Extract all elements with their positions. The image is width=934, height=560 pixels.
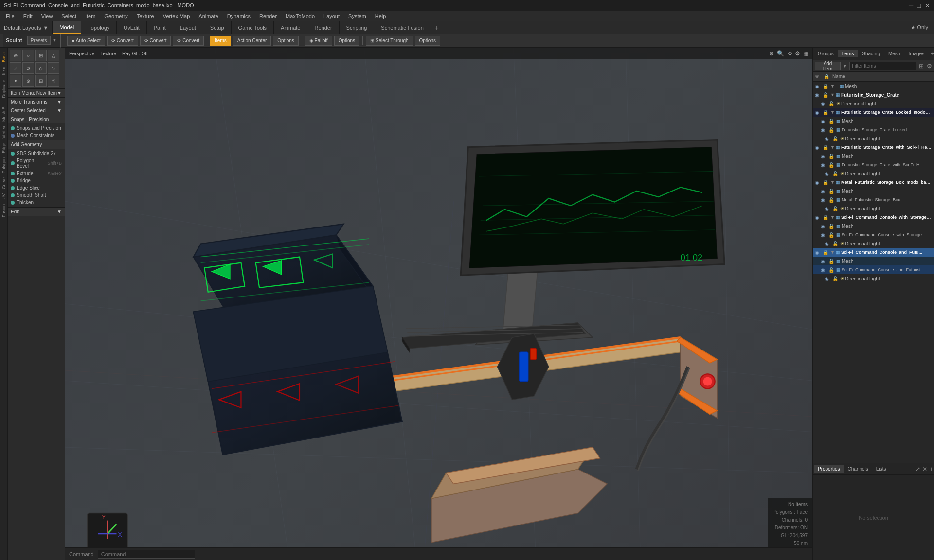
lock-icon[interactable]: 🔓 [823,215,830,220]
left-tab-duplicate[interactable]: Duplicate [1,78,7,100]
viewport-mode[interactable]: Perspective [69,51,94,56]
eye-icon[interactable]: ◉ [821,224,828,229]
items-settings-icon[interactable]: ⚙ [927,63,932,70]
rtab-add-button[interactable]: + [929,50,934,57]
eye-icon[interactable]: ◉ [821,197,828,203]
lock-icon[interactable]: 🔓 [828,259,836,264]
expand-icon[interactable]: ▼ [830,215,835,220]
eye-icon[interactable]: ◉ [821,162,828,168]
eye-icon[interactable]: ◉ [815,110,823,115]
icon-select-item[interactable]: ▷ [48,62,59,74]
lock-icon[interactable]: 🔓 [828,162,836,168]
eye-icon[interactable]: ◉ [821,119,828,124]
edit-header[interactable]: Edit ▼ [8,208,65,216]
thicken-item[interactable]: Thicken [9,199,64,206]
lock-icon[interactable]: 🔓 [823,92,830,98]
lock-icon[interactable]: 🔓 [828,127,836,133]
rbtab-lists[interactable]: Lists [872,465,890,472]
tab-setup[interactable]: Setup [203,21,232,34]
menu-vertexmap[interactable]: Vertex Map [159,12,194,20]
list-item[interactable]: ◉ 🔓 ☀ Directional Light [813,274,934,283]
eye-icon[interactable]: ◉ [825,206,832,211]
tab-render[interactable]: Render [307,21,339,34]
list-item[interactable]: ◉ 🔓 ▦ Futuristic_Storage_Crate_with_Sci-… [813,160,934,169]
eye-icon[interactable]: ◉ [821,232,828,238]
list-item[interactable]: ◉ 🔓 ▼ ▦ Futuristic_Storage_Crate_with_Sc… [813,143,934,152]
list-item[interactable]: ◉ 🔓 ☀ Directional Light [813,99,934,108]
options-button-1[interactable]: Options [273,36,298,46]
menu-file[interactable]: File [2,12,18,20]
left-tab-meshedit[interactable]: Mesh Edit [1,100,7,123]
menu-texture[interactable]: Texture [133,12,158,20]
eye-icon[interactable]: ◉ [815,84,823,89]
icon-select-vert[interactable]: ⊿ [10,62,21,74]
scene-3d[interactable]: 01 02 [65,48,812,560]
add-item-arrow-icon[interactable]: ▼ [843,63,847,69]
lock-icon[interactable]: 🔓 [832,241,840,246]
filter-icon[interactable]: ⊞ [919,63,924,70]
eye-icon[interactable]: ◉ [825,241,832,246]
menu-geometry[interactable]: Geometry [100,12,131,20]
left-tab-curve[interactable]: Curve [1,175,7,191]
lock-icon[interactable]: 🔓 [828,154,836,159]
menu-maxtomodo[interactable]: MaxToModo [282,12,319,20]
rbtab-add-button[interactable]: + [929,465,933,472]
eye-icon[interactable]: ◉ [825,171,832,176]
convert-button-2[interactable]: ⟳ Convert [140,36,171,46]
tab-uvedit[interactable]: UvEdit [117,21,146,34]
lock-icon[interactable]: 🔓 [828,197,836,203]
list-item[interactable]: ◉ 🔓 ▦ Mesh [813,117,934,125]
tab-schematic[interactable]: Schematic Fusion [374,21,431,34]
select-through-button[interactable]: ⊞ Select Through [366,36,413,46]
tab-scripting[interactable]: Scripting [340,21,375,34]
bridge-item[interactable]: Bridge [9,177,64,184]
rbtab-expand-icon[interactable]: ⤢ [916,466,920,472]
tab-add-button[interactable]: + [431,22,443,34]
more-transforms-btn[interactable]: More Transforms ▼ [8,98,65,106]
list-item[interactable]: ◉ 🔓 ▦ Sci-Fi_Command_Console_and_Futuris… [813,265,934,274]
vp-icon-3[interactable]: ⟲ [787,50,792,57]
snaps-header[interactable]: Snaps - Precision [8,115,65,123]
lock-icon[interactable]: 🔓 [832,276,840,281]
left-tab-fusion[interactable]: Fusion [1,202,7,219]
tab-animate[interactable]: Animate [274,21,307,34]
expand-icon[interactable]: ▼ [830,110,835,115]
center-selected-btn[interactable]: Center Selected ▼ [8,106,65,115]
rbtab-channels[interactable]: Channels [844,465,872,472]
convert-button-3[interactable]: ⟳ Convert [173,36,204,46]
menu-view[interactable]: View [37,12,57,20]
icon-transform-rotate[interactable]: ○ [22,50,34,61]
icon-transform-misc[interactable]: △ [48,50,59,61]
extrude-item[interactable]: Extrude Shift+X [9,170,64,177]
presets-button[interactable]: Presets [27,36,51,45]
menu-edit[interactable]: Edit [19,12,36,20]
left-tab-edge[interactable]: Edge [1,141,7,155]
list-item[interactable]: ◉ 🔓 ▦ Metal_Futuristic_Storage_Box [813,195,934,204]
lock-icon[interactable]: 🔓 [828,267,836,273]
sds-subdivide-item[interactable]: SDS Subdivide 2x [9,150,64,157]
mesh-constraints-item[interactable]: Mesh Constraints [9,132,64,139]
falloff-button[interactable]: ◈ Falloff [305,36,332,46]
convert-button-1[interactable]: ⟳ Convert [107,36,138,46]
close-button[interactable]: ✕ [925,2,930,9]
eye-icon[interactable]: ◉ [821,154,828,159]
lock-icon[interactable]: 🔓 [828,189,836,194]
viewport[interactable]: Perspective Texture Ray GL: Off ⊕ 🔍 ⟲ ⚙ … [65,48,812,560]
expand-icon[interactable]: ▼ [830,92,835,97]
list-item[interactable]: ◉ 🔓 ▦ Mesh [813,187,934,195]
list-item[interactable]: ◉ 🔓 ☀ Directional Light [813,204,934,213]
eye-icon[interactable]: ◉ [821,189,828,194]
menu-system[interactable]: System [344,12,370,20]
viewport-shading[interactable]: Texture [100,51,116,56]
left-tab-item[interactable]: Item [1,65,7,77]
list-item[interactable]: ◉ 🔓 ☀ Directional Light [813,169,934,178]
menu-animate[interactable]: Animate [195,12,222,20]
eye-icon[interactable]: ◉ [815,250,823,255]
list-item[interactable]: ◉ 🔓 ☀ Directional Light [813,239,934,248]
menu-render[interactable]: Render [255,12,281,20]
vp-icon-1[interactable]: ⊕ [769,50,774,57]
list-item[interactable]: ◉ 🔓 ▦ Mesh [813,257,934,265]
list-item[interactable]: ◉ 🔓 ▦ Mesh [813,222,934,230]
item-menu-dropdown[interactable]: Item Menu: New Item ▼ [8,89,65,97]
lock-icon[interactable]: 🔓 [823,145,830,150]
